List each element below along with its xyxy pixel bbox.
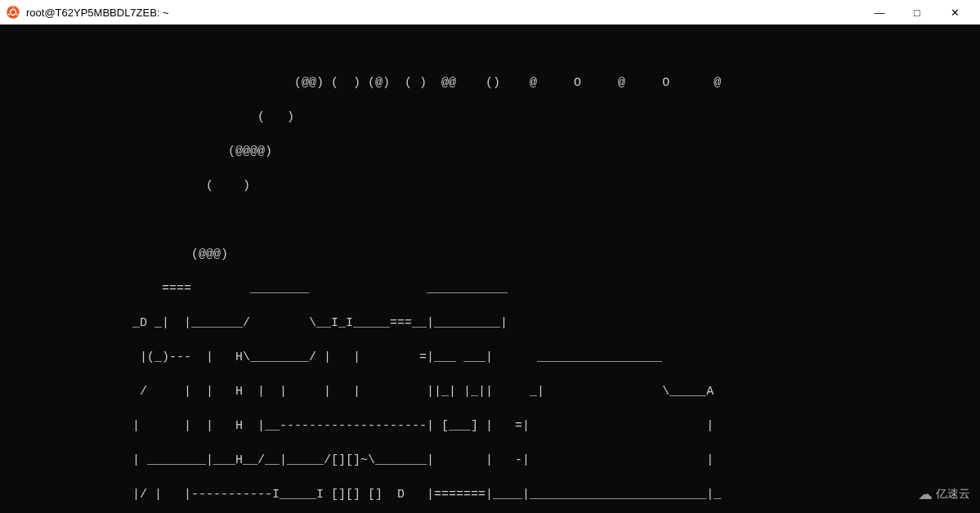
ascii-line: _D _| |_______/ \__I_I_____===__|_______… — [0, 314, 980, 332]
maximize-button[interactable]: □ — [898, 0, 936, 25]
watermark-text: 亿速云 — [936, 487, 970, 502]
ascii-line: |(_)--- | H\________/ | | =|___ ___| ___… — [0, 349, 980, 366]
terminal-output: (@@) ( ) (@) ( ) @@ () @ O @ O @ ( ) (@@… — [0, 25, 980, 513]
cloud-icon: ☁ — [918, 485, 933, 503]
close-button[interactable]: ✕ — [936, 0, 973, 25]
ascii-line: | | | H |__--------------------| [___] |… — [0, 417, 980, 435]
ascii-line: |/ | |-----------I_____I [][] [] D |====… — [0, 486, 980, 503]
ascii-line: | ________|___H__/__|_____/[][]~\_______… — [0, 452, 980, 469]
ascii-line: (@@@) — [0, 246, 980, 263]
window-titlebar: root@T62YP5MBBDL7ZEB: ~ — □ ✕ — [0, 0, 980, 25]
watermark: ☁ 亿速云 — [918, 485, 970, 503]
window-controls: — □ ✕ — [861, 0, 973, 25]
ascii-line: / | | H | | | | ||_| |_|| _| \_____A — [0, 383, 980, 400]
ubuntu-icon — [7, 6, 20, 19]
window-title: root@T62YP5MBBDL7ZEB: ~ — [26, 7, 861, 19]
ascii-line: ==== ________ ___________ — [0, 280, 980, 297]
ascii-line: ( ) — [0, 177, 980, 194]
ascii-line — [0, 212, 980, 229]
ascii-line: ( ) — [0, 109, 980, 126]
svg-rect-5 — [12, 7, 13, 10]
minimize-button[interactable]: — — [861, 0, 898, 25]
ascii-line: (@@@@) — [0, 143, 980, 160]
ascii-line: (@@) ( ) (@) ( ) @@ () @ O @ O @ — [0, 74, 980, 91]
